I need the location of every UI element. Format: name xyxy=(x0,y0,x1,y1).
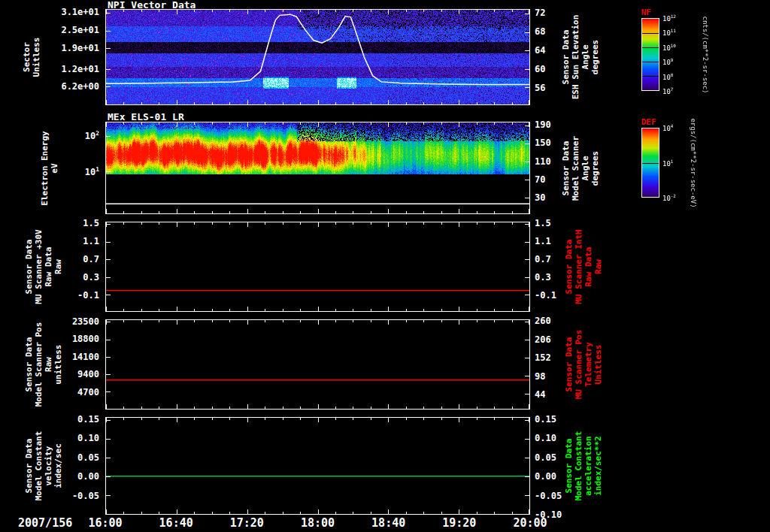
panel-3-ytick-right: -0.1 xyxy=(535,290,556,301)
panel-4-ylabel-right: Sensor DataMU Scanner PosTelemetryUnitle… xyxy=(564,330,603,400)
panel-5-ytick-right: 0.05 xyxy=(535,452,556,463)
panel-3-box xyxy=(105,222,530,312)
panel-2-title: MEx ELS-01 LR xyxy=(108,111,184,122)
panel-1-ytick-right: 64 xyxy=(535,45,545,56)
x-tick-label: 20:00 xyxy=(500,516,560,530)
nf-colorbar-tick: 109 xyxy=(662,58,673,66)
panel-5-canvas xyxy=(106,418,529,514)
panel-2-ylabel-left: Electron EnergyeV xyxy=(40,131,59,205)
panel-3-canvas xyxy=(106,222,529,311)
panel-4-ytick-right: 98 xyxy=(535,371,545,382)
panel-4-box xyxy=(105,319,530,410)
def-colorbar-title: DEF xyxy=(641,117,656,127)
panel-4-ytick-right: 206 xyxy=(535,334,551,345)
panel-5-ytick-right: -0.05 xyxy=(535,491,562,501)
panel-1-ytick-left: 3.1e+01 xyxy=(0,7,99,17)
nf-colorbar-canvas xyxy=(642,19,659,90)
panel-2-ytick-right: 70 xyxy=(535,174,545,185)
def-colorbar xyxy=(641,128,659,198)
nf-colorbar xyxy=(641,18,659,91)
panel-2-canvas xyxy=(106,122,529,213)
panel-2-ytick-right: 30 xyxy=(535,192,545,203)
nf-colorbar-tick: 1011 xyxy=(662,29,676,37)
nf-colorbar-tick: 108 xyxy=(662,73,673,81)
panel-1-ytick-left: 6.2e+00 xyxy=(0,81,99,92)
panel-3-ytick-right: 1.1 xyxy=(535,236,551,246)
panel-5-ylabel-left: Sensor DataModel Constantvelocityindex/s… xyxy=(24,431,63,501)
panel-4-ytick-right: 44 xyxy=(535,389,545,400)
x-tick-label: 18:40 xyxy=(359,516,419,530)
panel-4-ytick-right: 152 xyxy=(535,352,551,363)
panel-3-ytick-right: 1.5 xyxy=(535,218,551,228)
panel-3-ytick-right: 0.7 xyxy=(535,254,551,264)
panel-5-ytick-left: 0.15 xyxy=(0,414,99,425)
def-colorbar-canvas xyxy=(642,128,659,197)
panel-4-canvas xyxy=(106,320,529,409)
panel-1-ytick-right: 56 xyxy=(535,83,545,93)
panel-5-ylabel-right: Sensor DataModel Constantaccelerationind… xyxy=(564,431,603,501)
panel-5-ytick-right: 0.10 xyxy=(535,433,556,443)
panel-3-ytick-right: 0.3 xyxy=(535,272,551,283)
panel-1-ytick-right: 72 xyxy=(535,8,545,18)
date-label: 2007/156 xyxy=(18,516,72,530)
panel-2-ytick-right: 190 xyxy=(535,119,551,130)
panel-2-ytick-right: 150 xyxy=(535,138,551,148)
panel-1-ytick-right: 68 xyxy=(535,26,545,37)
panel-1-ytick-left: 2.5e+01 xyxy=(0,25,99,35)
nf-colorbar-tick: 107 xyxy=(662,87,673,95)
panel-5-ytick-right: 0.15 xyxy=(535,414,556,425)
panel-1-canvas xyxy=(106,10,529,104)
panel-1-ytick-left: 1.9e+01 xyxy=(0,43,99,53)
panel-3-ylabel-right: Sensor DataMU Scanner IntHRaw DataRaw xyxy=(564,229,603,304)
def-colorbar-tick: 10-2 xyxy=(662,194,676,202)
panel-3-ylabel-left: Sensor DataMU Scanner +30VRaw DataRaw xyxy=(24,229,63,304)
panel-2-ytick-right: 110 xyxy=(535,156,551,167)
x-tick-label: 16:40 xyxy=(146,516,206,530)
panel-1-ytick-left: 1.2e+01 xyxy=(0,64,99,74)
def-colorbar-units: ergs/(cm**2-sr-sec-eV) xyxy=(690,118,697,207)
panel-5-ytick-right: 0.00 xyxy=(535,471,556,482)
nf-colorbar-units: cnts/(cm**2-sr-sec) xyxy=(702,16,709,93)
nf-colorbar-tick: 1010 xyxy=(662,44,676,52)
x-tick-label: 18:00 xyxy=(288,516,348,530)
panel-1-ylabel-left: SectorUnitless xyxy=(22,38,41,77)
nf-colorbar-title: NF xyxy=(641,8,651,17)
panel-1-ylabel-right: Sensor DataESH Sun ElevationAngledegrees xyxy=(561,15,600,100)
nf-colorbar-tick: 1012 xyxy=(662,14,676,23)
x-tick-label: 16:00 xyxy=(75,516,135,530)
panel-4-ylabel-left: Sensor DataModel Scanner PosRawunitless xyxy=(24,322,63,407)
x-tick-label: 17:20 xyxy=(217,516,277,530)
def-colorbar-tick: 104 xyxy=(662,124,673,132)
def-colorbar-tick: 101 xyxy=(662,159,673,168)
panel-3-ytick-left: 1.5 xyxy=(0,218,99,228)
panel-2-box xyxy=(105,122,530,214)
panel-4-ytick-right: 260 xyxy=(535,316,551,326)
panel-5-box xyxy=(105,417,530,515)
plot-figure: NPI Vector Data MEx ELS-01 LR 2007/156 3… xyxy=(0,0,770,532)
panel-1-box xyxy=(105,9,530,105)
panel-1-ytick-right: 60 xyxy=(535,64,545,74)
panel-2-ylabel-right: Sensor DataModel ScannerAngledegrees xyxy=(561,135,600,200)
x-tick-label: 19:20 xyxy=(429,516,490,530)
